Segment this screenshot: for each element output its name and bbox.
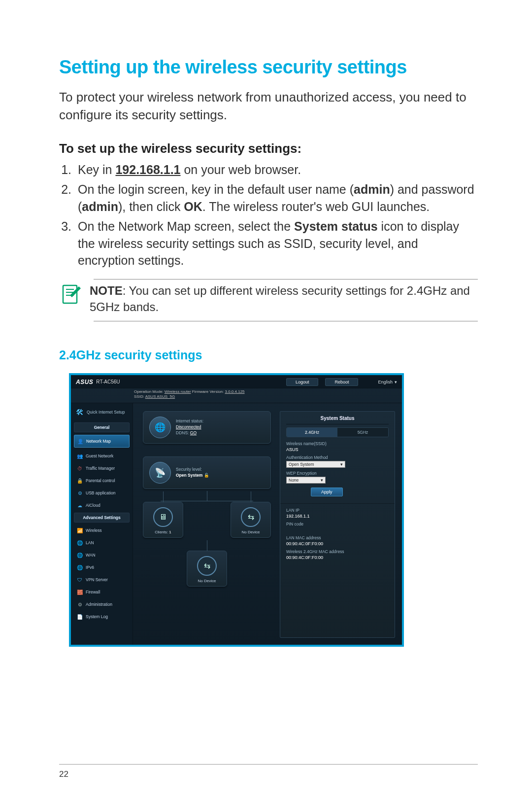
value-ssid[interactable]: ASUS	[286, 447, 389, 452]
note-icon	[59, 282, 83, 308]
value-wmac: 00:90:4C:0F:F0:00	[286, 555, 389, 560]
gui-sidebar: 🛠 Quick Internet Setup General 👤Network …	[71, 403, 133, 645]
steps-list: Key in 192.168.1.1 on your web browser. …	[59, 161, 478, 269]
select-auth[interactable]: Open System▾	[286, 461, 345, 468]
sidebar-item-network-map[interactable]: 👤Network Map	[74, 435, 130, 448]
ip-address: 192.168.1.1	[115, 163, 180, 176]
sidebar-item-guest[interactable]: 👥Guest Network	[74, 451, 130, 461]
sidebar-item-parental[interactable]: 🔒Parental control	[74, 475, 130, 486]
reboot-button[interactable]: Reboot	[325, 378, 358, 386]
intro-paragraph: To protect your wireless network from un…	[59, 89, 478, 124]
value-lanip: 192.168.1.1	[286, 514, 389, 519]
meter-icon: ⏱	[77, 465, 83, 471]
note-text: NOTE: You can set up different wireless …	[90, 282, 478, 315]
brand-logo: ASUS	[76, 379, 93, 385]
label-ssid: Wireless name(SSID)	[286, 441, 389, 446]
globe-icon: 🌐	[77, 564, 83, 570]
sidebar-item-admin[interactable]: ⚙Administration	[74, 599, 130, 610]
usb-icon: ⚙	[77, 490, 83, 496]
firewall-icon: 🧱	[77, 589, 83, 595]
security-card[interactable]: 📡 Security level: Open System 🔓	[143, 456, 271, 489]
label-wmac: Wireless 2.4GHz MAC address	[286, 549, 389, 554]
router-screenshot: ASUS RT-AC56U Logout Reboot English▾ Ope…	[69, 373, 404, 647]
sidebar-item-ipv6[interactable]: 🌐IPv6	[74, 562, 130, 573]
tab-24ghz[interactable]: 2.4GHz	[287, 428, 337, 437]
gui-infobar: Operation Mode: Wireless router Firmware…	[71, 388, 402, 403]
section-heading: Setting up the wireless security setting…	[59, 57, 478, 78]
model-label: RT-AC56U	[96, 379, 120, 384]
lock-open-icon: 🔓	[204, 473, 209, 478]
label-lanip: LAN IP	[286, 508, 389, 513]
step-3: On the Network Map screen, select the Sy…	[75, 218, 478, 269]
step-2: On the login screen, key in the default …	[75, 181, 478, 215]
user-icon: 👤	[77, 438, 83, 444]
sidebar-item-aicloud[interactable]: ☁AiCloud	[74, 500, 130, 511]
router-icon: 📡	[149, 462, 171, 484]
label-lanmac: LAN MAC address	[286, 535, 389, 540]
label-wep: WEP Encryption	[286, 471, 389, 476]
network-map-column: 🌐 Internet status: Disconnected DDNS: GO…	[143, 411, 271, 638]
page-number: 22	[59, 769, 68, 779]
gear-icon: ⚙	[77, 601, 83, 607]
note-rule-top	[94, 279, 478, 279]
globe-icon: 🌐	[149, 417, 171, 438]
steps-heading: To set up the wireless security settings…	[59, 141, 478, 156]
note-block: NOTE: You can set up different wireless …	[59, 282, 478, 315]
usb-icon: ⇆	[241, 507, 261, 527]
sidebar-item-lan[interactable]: 🌐LAN	[74, 537, 130, 548]
shield-icon: 🛡	[77, 577, 83, 583]
page-footer: 22	[59, 764, 478, 779]
sidebar-qis[interactable]: 🛠 Quick Internet Setup	[74, 406, 130, 421]
globe-icon: 🌐	[77, 552, 83, 558]
usb-icon: ⇆	[197, 556, 217, 576]
tab-5ghz[interactable]: 5GHz	[337, 428, 388, 437]
gui-topbar: ASUS RT-AC56U Logout Reboot English▾	[71, 375, 402, 388]
sidebar-item-log[interactable]: 📄System Log	[74, 611, 130, 622]
chevron-down-icon: ▾	[340, 462, 343, 467]
usb1-card[interactable]: ⇆ No Device	[231, 502, 271, 538]
band-heading: 2.4GHz security settings	[59, 348, 478, 362]
chevron-down-icon: ▾	[395, 380, 397, 384]
step-1: Key in 192.168.1.1 on your web browser.	[75, 161, 478, 178]
logout-button[interactable]: Logout	[286, 378, 319, 386]
cloud-icon: ☁	[77, 502, 83, 508]
sidebar-item-firewall[interactable]: 🧱Firewall	[74, 587, 130, 597]
value-lanmac: 00:90:4C:0F:F0:00	[286, 541, 389, 546]
sidebar-item-wan[interactable]: 🌐WAN	[74, 550, 130, 560]
label-pin: PIN code	[286, 522, 389, 526]
wrench-icon: 🛠	[76, 408, 84, 417]
clients-card[interactable]: 🖥 Clients: 1	[143, 502, 183, 538]
group-icon: 👥	[77, 453, 83, 459]
language-select[interactable]: English▾	[378, 380, 397, 384]
sidebar-header-advanced: Advanced Settings	[74, 513, 130, 523]
label-auth: Authentication Method	[286, 455, 389, 460]
note-rule-bottom	[94, 321, 478, 321]
log-icon: 📄	[77, 614, 83, 620]
apply-button[interactable]: Apply	[311, 488, 343, 496]
sidebar-item-traffic[interactable]: ⏱Traffic Manager	[74, 463, 130, 474]
sidebar-header-general: General	[74, 422, 130, 432]
chevron-down-icon: ▾	[321, 478, 323, 483]
sidebar-item-wireless[interactable]: 📶Wireless	[74, 525, 130, 536]
globe-icon: 🌐	[77, 540, 83, 546]
internet-card[interactable]: 🌐 Internet status: Disconnected DDNS: GO	[143, 411, 271, 444]
sidebar-item-vpn[interactable]: 🛡VPN Server	[74, 574, 130, 585]
panel-title: System Status	[286, 416, 389, 424]
system-status-panel: System Status 2.4GHz 5GHz Wireless name(…	[280, 411, 395, 638]
monitor-icon: 🖥	[153, 507, 173, 527]
sidebar-item-usb[interactable]: ⚙USB application	[74, 488, 130, 498]
wifi-icon: 📶	[77, 527, 83, 533]
usb2-card[interactable]: ⇆ No Device	[187, 551, 227, 587]
select-wep[interactable]: None▾	[286, 477, 326, 484]
lock-icon: 🔒	[77, 478, 83, 484]
